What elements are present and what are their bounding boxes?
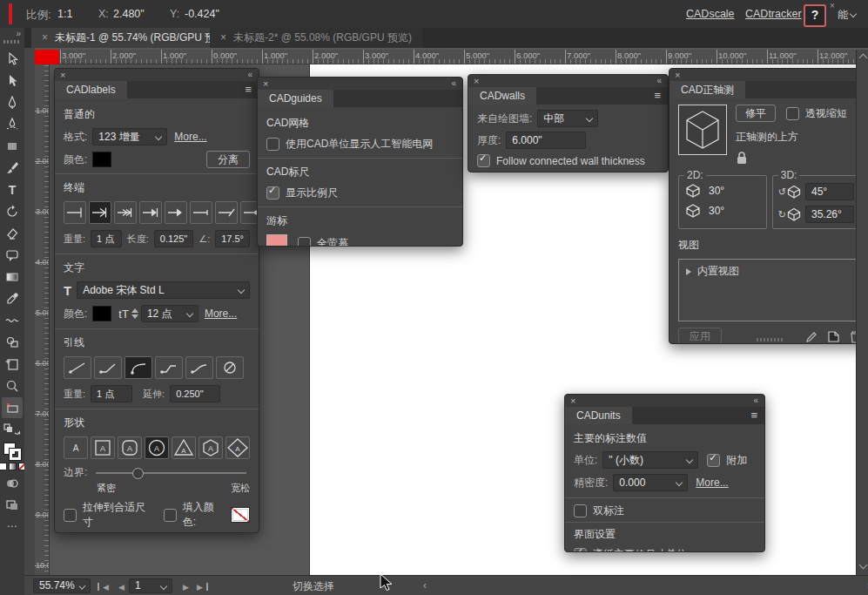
help-button[interactable]: ?: [804, 4, 826, 27]
more-tools-icon[interactable]: ⋯: [7, 520, 18, 532]
apply-button[interactable]: 应用: [678, 328, 722, 344]
shape-mode-icon[interactable]: [2, 473, 23, 494]
close-icon[interactable]: ×: [60, 69, 65, 81]
close-icon[interactable]: ×: [42, 31, 48, 44]
terminal-slash-button[interactable]: [215, 201, 238, 224]
clipped-menu[interactable]: 能: [838, 8, 856, 23]
text-size-dropdown[interactable]: 12 点: [141, 305, 198, 322]
direct-selection-tool[interactable]: [2, 49, 23, 70]
new-item-icon[interactable]: [827, 330, 840, 343]
size-stepper[interactable]: [131, 308, 138, 319]
leader-weight-field[interactable]: 1 点: [91, 385, 132, 402]
lock-icon[interactable]: [736, 151, 748, 165]
cadscale-link[interactable]: CADscale: [686, 8, 735, 20]
leader-straight-button[interactable]: [64, 356, 91, 379]
terminal-filled-arrow-button[interactable]: [165, 201, 187, 224]
swap-fill-stroke-icon[interactable]: [2, 419, 23, 440]
terminal-bar-button[interactable]: [64, 201, 86, 224]
fill-color-checkbox[interactable]: [164, 509, 177, 522]
grid-checkbox[interactable]: [266, 138, 279, 151]
slider-knob[interactable]: [132, 468, 144, 479]
units-more-link[interactable]: More...: [696, 477, 728, 489]
terminal-angle-field[interactable]: 17.5°: [215, 230, 250, 247]
scroll-down-arrow-icon[interactable]: [859, 561, 868, 570]
text-more-link[interactable]: More...: [205, 308, 237, 320]
boundary-slider[interactable]: [96, 472, 246, 474]
scroll-up-arrow-icon[interactable]: [859, 54, 868, 63]
shape-hexagon-button[interactable]: A: [198, 436, 223, 459]
shaper-tool[interactable]: [2, 136, 23, 157]
shape-diamond-button[interactable]: A: [225, 436, 250, 459]
terminal-weight-field[interactable]: 1 点: [91, 230, 122, 247]
selection-tool[interactable]: [2, 71, 23, 91]
close-icon[interactable]: ×: [220, 31, 226, 44]
eyedropper-tool[interactable]: [2, 288, 23, 309]
next-artboard-button[interactable]: ▶: [179, 580, 192, 592]
unit-dropdown[interactable]: " (小数): [602, 451, 698, 469]
color-button[interactable]: [0, 463, 7, 470]
axon-2d-angle-1[interactable]: 30°: [709, 185, 724, 197]
close-icon[interactable]: ×: [263, 78, 268, 90]
terminal-filled-arrow-bar-button[interactable]: [139, 201, 162, 224]
zoom-level-dropdown[interactable]: 55.74%: [33, 578, 91, 593]
last-artboard-button[interactable]: ▶: [193, 580, 208, 592]
terminal-length-field[interactable]: 0.125": [154, 230, 193, 247]
dual-dimension-checkbox[interactable]: [574, 504, 587, 517]
eraser-tool[interactable]: [2, 223, 23, 244]
text-color-swatch[interactable]: [92, 306, 111, 321]
terminal-open-arrow-bar-button-selected[interactable]: [89, 201, 111, 224]
stroke-swatch[interactable]: [10, 449, 21, 460]
close-icon[interactable]: ×: [675, 69, 680, 81]
paintbrush-tool[interactable]: [2, 158, 23, 179]
close-icon[interactable]: ×: [570, 395, 575, 407]
foreshorten-checkbox[interactable]: [786, 107, 799, 120]
thickness-field[interactable]: 6.000": [506, 132, 586, 149]
collapse-icon[interactable]: «: [656, 75, 662, 87]
leader-zigzag-button[interactable]: [155, 356, 183, 379]
cursor-color-swatch[interactable]: [266, 234, 287, 247]
width-tool[interactable]: [2, 310, 23, 331]
fill-stroke-indicator[interactable]: [3, 443, 21, 460]
draw-mode-icon[interactable]: [2, 495, 23, 516]
horizontal-ruler[interactable]: 3.000"2.000"1.000"0.000"1.000"2.000"3.00…: [35, 50, 856, 64]
vertical-ruler[interactable]: 1.0002.0003.0004.0005.0006.0007.0008.000…: [35, 64, 50, 575]
edit-pencil-icon[interactable]: [805, 330, 818, 343]
leader-none-button[interactable]: [216, 356, 244, 379]
expander-icon[interactable]: [686, 268, 691, 275]
tab-cadaxon[interactable]: CAD正轴测: [670, 81, 745, 98]
follow-units-checkbox[interactable]: [574, 548, 587, 552]
shape-circle-button-selected[interactable]: A: [145, 436, 169, 459]
builtin-views-item[interactable]: 内置视图: [697, 264, 739, 279]
cadtracker-link[interactable]: CADtracker: [745, 8, 802, 20]
cad-label-tool-active[interactable]: [2, 397, 23, 418]
leader-scurve-button[interactable]: [185, 356, 213, 379]
toolbar-grip[interactable]: [3, 40, 21, 44]
wall-from-dropdown[interactable]: 中部: [537, 110, 598, 127]
shape-square-button[interactable]: A: [91, 436, 115, 459]
panel-resize-grip[interactable]: [757, 338, 783, 341]
close-icon[interactable]: ×: [474, 75, 479, 87]
fill-none-swatch[interactable]: [231, 507, 250, 523]
document-tab-inactive[interactable]: ×未标题-2* @ 55.08% (RGB/GPU 预览): [210, 28, 422, 48]
gradient-tool[interactable]: [2, 267, 23, 287]
curvature-tool[interactable]: [2, 114, 23, 135]
precision-dropdown[interactable]: 0.000: [613, 474, 688, 491]
first-artboard-button[interactable]: ◀: [98, 580, 112, 592]
vertical-scrollbar[interactable]: [856, 50, 868, 575]
ruler-origin-marker[interactable]: [35, 50, 59, 64]
separate-button[interactable]: 分离: [206, 151, 250, 168]
rotate-tool[interactable]: [2, 201, 23, 222]
tab-cadguides[interactable]: CADguides: [258, 90, 333, 107]
symbol-tool[interactable]: [2, 332, 23, 353]
type-tool[interactable]: T: [2, 179, 23, 200]
extend-field[interactable]: 0.250": [170, 385, 220, 402]
previous-artboard-button[interactable]: ◀: [115, 580, 128, 592]
leader-curve-button-selected[interactable]: [124, 356, 152, 379]
axon-3d-angle-1-field[interactable]: 45°: [805, 183, 854, 200]
panel-menu-icon[interactable]: ≡: [654, 87, 661, 105]
zoom-tool[interactable]: [2, 375, 23, 396]
tab-cadwalls[interactable]: CADwalls: [468, 87, 536, 105]
format-dropdown[interactable]: 123 增量: [92, 128, 167, 145]
close-icon[interactable]: ×: [830, 1, 835, 10]
scroll-left-arrow-icon[interactable]: ‹: [423, 579, 427, 592]
